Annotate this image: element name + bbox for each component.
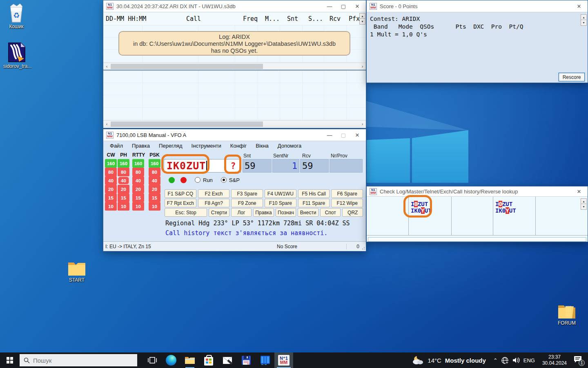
maximize-button[interactable]: ▢ [336, 130, 350, 140]
log-scroll-spinner[interactable]: ▲▼ [359, 13, 365, 25]
band-button-psk-80[interactable]: 80 [149, 168, 160, 176]
check-call[interactable]: IK0YUT [495, 207, 516, 214]
fkey-button-f10-spare[interactable]: F10 Spare [265, 199, 296, 207]
close-button[interactable]: ✕ [572, 2, 586, 11]
snt-field[interactable]: 59 [243, 159, 272, 173]
band-button-ph-10[interactable]: 10 [118, 202, 129, 211]
fkey-button-f12-wipe[interactable]: F12 Wipe [331, 199, 363, 207]
nrprov-field[interactable] [330, 159, 363, 173]
edge-browser-button[interactable] [162, 352, 180, 368]
check-window-titlebar[interactable]: N1MM Check Log/Master/Telnet/Exch/Call h… [367, 186, 588, 197]
band-button-ph-40[interactable]: 40 [118, 176, 129, 185]
log-window-titlebar[interactable]: N1MM 30.04.2024 20:37:42Z ARI DX INT - U… [103, 0, 366, 12]
sp-radio[interactable]: S&P [221, 177, 240, 183]
fkey-button-f2-exch[interactable]: F2 Exch [198, 189, 230, 198]
search-input[interactable] [33, 357, 123, 364]
band-button-psk-160[interactable]: 160 [149, 159, 160, 168]
sentnr-field[interactable]: 1 [272, 159, 299, 173]
action-center-button[interactable]: 1 [571, 355, 588, 365]
band-button-cw-10[interactable]: 10 [105, 202, 117, 211]
fkey-button-лог[interactable]: Лог [231, 208, 252, 217]
microsoft-store-button[interactable] [199, 352, 218, 368]
band-button-ph-20[interactable]: 20 [118, 185, 129, 193]
score-window-titlebar[interactable]: N1MM Score - 0 Points ✕ [367, 0, 588, 12]
band-button-cw-15[interactable]: 15 [105, 193, 117, 202]
weather-widget[interactable]: 14°C Mostly cloudy [408, 355, 490, 365]
band-button-psk-40[interactable]: 40 [149, 176, 160, 185]
callsign-input[interactable]: IK0ZUT [164, 159, 226, 173]
minimize-button[interactable]: — [323, 130, 336, 140]
check-call[interactable]: I0ZUT [495, 201, 516, 207]
forum-folder-shortcut[interactable]: FORUM [554, 299, 580, 326]
start-folder-shortcut[interactable]: START [64, 256, 90, 283]
start-button[interactable] [0, 352, 20, 368]
log-horizontal-scrollbar[interactable]: ‹ › [103, 63, 366, 70]
band-button-rtty-15[interactable]: 15 [132, 193, 144, 202]
log-horizontal-scrollbar[interactable]: ‹ › [103, 120, 366, 127]
menu-допомога[interactable]: Допомога [278, 143, 301, 149]
djvu-file-shortcut[interactable]: sidorov_tra... [3, 42, 29, 69]
band-button-cw-80[interactable]: 80 [105, 168, 117, 176]
scroll-thumb[interactable] [111, 121, 263, 127]
tray-expand-chevron-icon[interactable]: ⌃ [490, 357, 501, 364]
scroll-right-arrow[interactable]: › [359, 64, 366, 69]
band-button-rtty-80[interactable]: 80 [132, 168, 144, 176]
taskbar-search[interactable] [20, 354, 137, 366]
band-button-ph-80[interactable]: 80 [118, 168, 129, 176]
task-view-button[interactable] [143, 352, 162, 368]
menu-файл[interactable]: Файл [110, 143, 123, 149]
fkey-button-qrz[interactable]: QRZ [342, 208, 363, 217]
check-scroll-spinner[interactable]: ▲▼ [581, 198, 587, 210]
fkey-button-f9-zone[interactable]: F9 Zone [231, 199, 263, 207]
fkey-button-f11-spare[interactable]: F11 Spare [298, 199, 330, 207]
fkey-button-f3-spare[interactable]: F3 Spare [231, 189, 263, 198]
fkey-button-esc-stop[interactable]: Esc: Stop [165, 208, 207, 217]
band-button-psk-20[interactable]: 20 [149, 185, 160, 193]
file-explorer-button[interactable] [180, 352, 199, 368]
rcv-field[interactable]: 59 [300, 159, 329, 173]
fkey-button-f5-his-call[interactable]: F5 His Call [298, 189, 330, 198]
archive-app-button[interactable] [256, 352, 274, 368]
menu-правка[interactable]: Правка [132, 143, 150, 149]
entry-window-titlebar[interactable]: N1MM 7100,00 LSB Manual - VFO A — ▢ ✕ [103, 129, 366, 141]
fkey-button-правка[interactable]: Правка [253, 208, 274, 217]
logger-save-app-button[interactable]: 51 [237, 352, 256, 368]
check-call[interactable]: I0ZUT [411, 201, 432, 207]
band-button-cw-20[interactable]: 20 [105, 185, 117, 193]
mail-button[interactable] [218, 352, 237, 368]
check-call[interactable]: IK0YUT [411, 207, 432, 214]
fkey-button-спот[interactable]: Спот [320, 208, 341, 217]
scroll-left-arrow[interactable]: ‹ [103, 64, 110, 69]
network-globe-icon[interactable] [501, 357, 509, 364]
fkey-button-f1-s-p-cq[interactable]: F1 S&P CQ [165, 189, 196, 198]
exchange-input[interactable]: ? [226, 159, 241, 173]
scroll-left-arrow[interactable]: ‹ [103, 121, 110, 126]
fkey-button-f7-rpt-exch[interactable]: F7 Rpt Exch [165, 199, 196, 207]
minimize-button[interactable]: — [323, 2, 336, 11]
language-indicator[interactable]: ENG [520, 357, 538, 364]
resize-grip[interactable] [362, 242, 366, 251]
radio-circle[interactable] [195, 177, 200, 183]
menu-конфіг[interactable]: Конфіг [230, 143, 247, 149]
rescore-button[interactable]: Rescore [559, 73, 585, 81]
menu-перегляд[interactable]: Перегляд [159, 143, 183, 149]
fkey-button-стерти[interactable]: Стерти [209, 208, 229, 217]
run-radio[interactable]: Run [195, 177, 213, 183]
fkey-button-внести[interactable]: Внести [298, 208, 318, 217]
band-button-rtty-160[interactable]: 160 [132, 159, 144, 168]
band-button-ph-160[interactable]: 160 [118, 159, 129, 168]
band-button-psk-10[interactable]: 10 [149, 202, 160, 211]
scroll-right-arrow[interactable]: › [359, 121, 366, 126]
scroll-thumb[interactable] [111, 64, 263, 69]
band-button-cw-160[interactable]: 160 [105, 159, 117, 168]
recycle-bin-shortcut[interactable]: ♻ Кошик [3, 2, 29, 29]
fkey-button-f8-agn-[interactable]: F8 Agn? [198, 199, 230, 207]
menu-інструменти[interactable]: Інструменти [192, 143, 221, 149]
n1mm-logger-button[interactable]: N⁺1MM [274, 352, 293, 368]
clock[interactable]: 23:37 30.04.2024 [538, 354, 571, 366]
band-button-rtty-20[interactable]: 20 [132, 185, 144, 193]
band-button-ph-15[interactable]: 15 [118, 193, 129, 202]
close-button[interactable]: ✕ [350, 2, 364, 11]
menu-вікна[interactable]: Вікна [256, 143, 269, 149]
band-button-cw-40[interactable]: 40 [105, 176, 117, 185]
